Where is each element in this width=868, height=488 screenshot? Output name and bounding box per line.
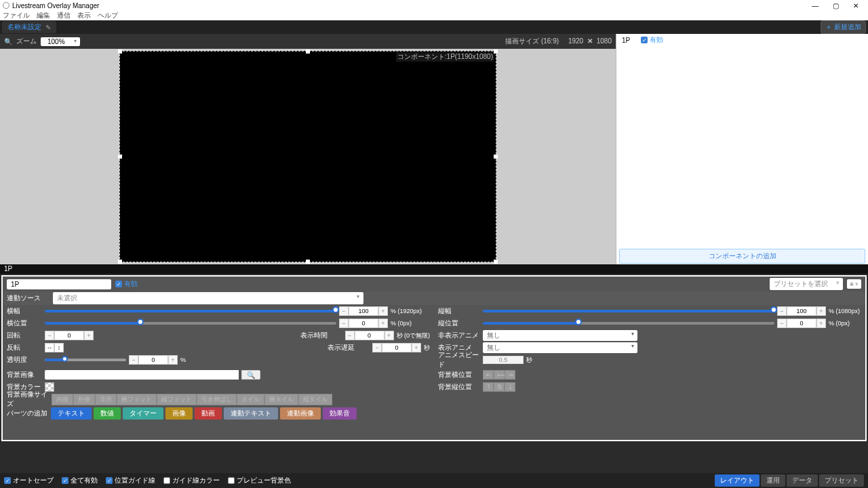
add-number-button[interactable]: 数値 [94,407,121,420]
bgimage-search-button[interactable]: 🔍 [241,370,260,380]
add-image-button[interactable]: 画像 [165,407,193,420]
component-name-input[interactable] [7,279,111,289]
handle-ml[interactable] [118,155,122,159]
menu-view[interactable]: 表示 [77,11,91,20]
zoom-select[interactable]: 100% [41,37,80,46]
tab-current[interactable]: 名称未設定 ✎ [2,21,56,33]
source-select[interactable]: 未選択 [53,292,363,304]
bgsize-equal[interactable]: 等倍 [95,394,117,405]
bghpos-left[interactable]: ⇤ [483,370,494,380]
footer-preset-button[interactable]: プリセット [819,474,864,487]
handle-tr[interactable] [494,49,498,54]
add-linkimage-button[interactable]: 連動画像 [280,407,321,420]
height-input[interactable] [787,306,816,316]
height-dec[interactable]: − [777,306,787,316]
autosave-checkbox[interactable]: ✓ [4,477,11,484]
y-input[interactable] [787,319,816,328]
rot-inc[interactable]: + [84,331,94,340]
flip-v-button[interactable]: ↕ [54,343,64,352]
side-enable-checkbox[interactable]: ✓ [641,37,648,43]
add-timer-button[interactable]: タイマー [123,407,163,420]
y-inc[interactable]: + [816,319,826,328]
width-inc[interactable]: + [378,306,388,316]
allenable-checkbox[interactable]: ✓ [62,477,68,484]
bgsize-tile[interactable]: タイル [237,394,264,405]
opacity-slider[interactable] [45,359,126,361]
width-slider[interactable] [45,310,336,312]
canvas-viewport[interactable]: コンポーネント:1P(1190x1080) [0,49,616,264]
bghpos-center[interactable]: ⟷ [494,370,505,380]
x-inc[interactable]: + [378,319,388,328]
showtime-input[interactable] [355,331,384,340]
showanim-select[interactable]: 無し [483,342,637,353]
delay-dec[interactable]: − [372,343,382,352]
hideanim-select[interactable]: 無し [483,330,637,341]
menu-file[interactable]: ファイル [3,11,30,20]
bgsize-tileh[interactable]: 縦タイル [298,394,332,405]
canvas-component[interactable]: コンポーネント:1P(1190x1080) [119,51,496,262]
edit-icon[interactable]: ✎ [45,24,51,31]
bghpos-right[interactable]: ⇥ [505,370,515,380]
width-input[interactable] [349,306,378,316]
delay-inc[interactable]: + [412,343,421,352]
rot-dec[interactable]: − [45,331,54,340]
handle-bl[interactable] [118,260,122,264]
handle-mr[interactable] [494,155,498,159]
previewbg-dropdown[interactable] [228,477,235,484]
opacity-inc[interactable]: + [168,355,178,365]
bgsize-tilew[interactable]: 横タイル [264,394,298,405]
minimize-button[interactable]: — [811,1,819,9]
handle-bc[interactable] [306,260,310,264]
opacity-dec[interactable]: − [129,355,138,365]
preset-select[interactable]: プリセットを選択 [770,278,843,290]
showtime-inc[interactable]: + [384,331,394,340]
y-dec[interactable]: − [777,319,787,328]
x-dec[interactable]: − [339,319,349,328]
handle-tl[interactable] [118,49,122,54]
handle-br[interactable] [494,260,498,264]
opacity-input[interactable] [138,355,168,365]
new-button[interactable]: ＋ 新規追加 [821,20,866,34]
flip-h-button[interactable]: ↔ [45,343,54,352]
footer-data-button[interactable]: データ [787,474,818,487]
bgsize-outer[interactable]: 外接 [73,394,95,405]
menu-button[interactable]: ≡ [847,279,861,289]
height-slider[interactable] [483,310,774,312]
handle-tc[interactable] [306,49,310,54]
animspeed-input[interactable] [483,356,524,364]
guide-checkbox[interactable]: ✓ [106,477,113,484]
bgsize-inner[interactable]: 内接 [52,394,73,405]
add-linktext-button[interactable]: 連動テキスト [224,407,278,420]
y-slider[interactable] [483,322,774,325]
maximize-button[interactable]: ▢ [831,1,840,9]
add-video-button[interactable]: 動画 [195,407,222,420]
height-inc[interactable]: + [816,306,826,316]
side-entry-1p[interactable]: 1P ✓有効 [616,34,868,46]
bgsize-stretch[interactable]: 引き伸ばし [197,394,237,405]
add-text-button[interactable]: テキスト [51,407,92,420]
guide-label: 位置ガイド線 [115,476,155,485]
bgvpos-middle[interactable]: ⇅ [494,382,505,392]
bgvpos-top[interactable]: ⤒ [483,382,494,392]
bgimage-input[interactable] [45,370,239,380]
delay-input[interactable] [382,343,412,352]
bgsize-fith[interactable]: 縦フィット [157,394,197,405]
add-sfx-button[interactable]: 効果音 [323,407,357,420]
close-button[interactable]: ✕ [852,1,860,9]
bgsize-label: 背景画像サイズ [7,390,49,409]
rot-input[interactable] [54,331,84,340]
x-slider[interactable] [45,322,336,325]
menu-help[interactable]: ヘルプ [98,11,118,20]
footer-operate-button[interactable]: 運用 [761,474,785,487]
menu-comm[interactable]: 通信 [57,11,71,20]
add-component-button[interactable]: コンポーネントの追加 [619,249,865,264]
bgvpos-bottom[interactable]: ⤓ [505,382,515,392]
bgsize-fitw[interactable]: 横フィット [117,394,157,405]
menu-edit[interactable]: 編集 [37,11,50,20]
enable-checkbox[interactable]: ✓ [115,281,122,287]
x-input[interactable] [349,319,378,328]
showtime-dec[interactable]: − [345,331,355,340]
footer-layout-button[interactable]: レイアウト [715,474,760,487]
width-dec[interactable]: − [339,306,349,316]
guidecolor-checkbox[interactable] [163,477,170,484]
